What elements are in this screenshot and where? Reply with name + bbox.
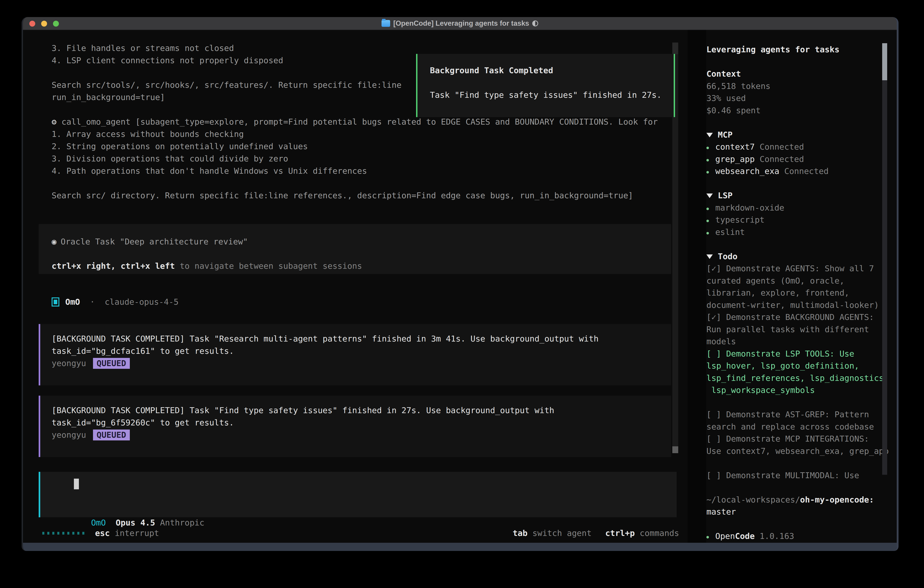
maximize-button[interactable]	[53, 21, 59, 26]
agent-icon	[52, 297, 59, 307]
todo-line-active: lsp_workspace_symbols	[706, 384, 888, 396]
separator-dot	[80, 296, 90, 308]
status-dot-icon	[706, 159, 709, 162]
sidebar-scrollbar-thumb[interactable]	[882, 43, 887, 80]
status-dot-icon	[706, 232, 709, 235]
window-title: [OpenCode] Leveraging agents for tasks	[381, 19, 538, 28]
agent-session-header: OmO · claude-opus-4-5	[52, 296, 179, 308]
folder-icon	[381, 20, 390, 27]
mcp-status: Connected	[760, 154, 804, 164]
notification-title: Background Task Completed	[430, 64, 674, 77]
main-scrollbar-thumb[interactable]	[672, 446, 678, 453]
mcp-item: websearch_exa Connected	[706, 165, 888, 177]
traffic-lights	[29, 17, 59, 30]
mcp-section-header[interactable]: MCP	[706, 129, 888, 141]
app-name-suffix: Code	[735, 531, 755, 541]
minimize-button[interactable]	[41, 21, 47, 26]
tab-key-hint: tab	[513, 529, 528, 538]
blank-line	[706, 457, 888, 469]
mcp-status: Connected	[784, 167, 828, 176]
todo-line: Run parallel tasks with different	[706, 323, 888, 335]
esc-key-hint: esc	[95, 527, 110, 539]
message-line: task_id="bg_dcfac161" to get results.	[52, 345, 671, 357]
workspace-branch: master	[706, 506, 888, 518]
input-meta: OmO Opus 4.5 Anthropic	[52, 504, 205, 517]
status-dot-icon	[706, 171, 709, 173]
terminal-line: 3. File handles or streams not closed	[52, 42, 658, 55]
lsp-name: typescript	[715, 215, 765, 225]
main-scrollbar-cap	[672, 43, 678, 55]
terminal-line: 2. String operations on potentially unde…	[52, 140, 658, 153]
session-title: Leveraging agents for tasks	[706, 43, 888, 56]
todo-line: document-writer, multimodal-looker)	[706, 299, 888, 311]
workspace-dir: ~/local-workspaces/	[706, 495, 800, 504]
close-button[interactable]	[29, 21, 35, 26]
active-model: Opus 4.5	[116, 518, 155, 527]
tool-call-line: ⚙ call_omo_agent [subagent_type=explore,…	[52, 116, 658, 128]
panel-divider	[688, 30, 706, 543]
context-spent: $0.46 spent	[706, 104, 888, 117]
todo-line-active: lsp_hover, lsp_goto_definition,	[706, 360, 888, 372]
message-meta: yeongyuQUEUED	[52, 357, 671, 370]
agent-name: OmO	[65, 296, 80, 308]
lsp-item: typescript	[706, 214, 888, 226]
blank-line	[706, 116, 888, 129]
window-titlebar[interactable]: [OpenCode] Leveraging agents for tasks	[23, 17, 897, 30]
lsp-section-header[interactable]: LSP	[706, 189, 888, 202]
status-bar: esc interrupt tab switch agent ctrl+p co…	[42, 527, 679, 539]
blank-line	[52, 177, 658, 189]
todo-section-header[interactable]: Todo	[706, 250, 888, 263]
blank-line	[706, 518, 888, 530]
message-line: [BACKGROUND TASK COMPLETED] Task "Find t…	[52, 404, 671, 416]
hint-text: to navigate between subagent sessions	[175, 261, 362, 271]
blank-line	[706, 177, 888, 190]
message-line: [BACKGROUND TASK COMPLETED] Task "Resear…	[52, 333, 671, 345]
blank-line	[706, 396, 888, 409]
separator: ·	[90, 296, 95, 308]
todo-line: [✓] Demonstrate AGENTS: Show all 7	[706, 263, 888, 275]
todo-line: [ ] Demonstrate MCP INTEGRATIONS:	[706, 433, 888, 445]
version-line: OpenCode 1.0.163	[706, 530, 888, 542]
oracle-task-panel: ◉Oracle Task "Deep architecture review" …	[39, 224, 671, 274]
todo-line-active: [ ] Demonstrate LSP TOOLS: Use	[706, 348, 888, 360]
terminal-line: 3. Division operations that could divide…	[52, 153, 658, 165]
todo-line-active: lsp_find_references, lsp_diagnostics,	[706, 372, 888, 384]
prompt-input[interactable]: OmO Opus 4.5 Anthropic	[39, 472, 676, 517]
mcp-name: context7	[715, 142, 755, 152]
opencode-window: [OpenCode] Leveraging agents for tasks 3…	[21, 17, 899, 551]
mcp-name: grep_app	[715, 154, 755, 164]
todo-line: models	[706, 335, 888, 348]
navigation-hint: ctrl+x right, ctrl+x left to navigate be…	[52, 260, 671, 272]
notification-body: Task "Find type safety issues" finished …	[430, 89, 674, 101]
terminal-line: Search src/ directory. Return specific f…	[52, 189, 658, 202]
lsp-item: markdown-oxide	[706, 202, 888, 214]
tab-label: switch agent	[533, 529, 592, 538]
spinner-icon	[42, 532, 84, 535]
message-meta: yeongyuQUEUED	[52, 429, 671, 441]
blank-line	[706, 238, 888, 250]
blank-line	[706, 481, 888, 494]
spacer	[95, 296, 105, 308]
todo-line: [ ] Demonstrate MULTIMODAL: Use	[706, 469, 888, 482]
terminal-content: 3. File handles or streams not closed 4.…	[23, 30, 897, 543]
terminal-line: 1. Array access without bounds checking	[52, 128, 658, 140]
toast-notification[interactable]: Background Task Completed Task "Find typ…	[416, 54, 675, 117]
lsp-item: eslint	[706, 226, 888, 238]
collapse-arrow-icon	[706, 133, 713, 137]
todo-line: librarian, explore, frontend,	[706, 287, 888, 299]
active-agent: OmO	[91, 518, 106, 527]
sidebar-scrollbar-track[interactable]	[882, 43, 887, 475]
blank-line	[52, 248, 671, 260]
hint-keys: ctrl+x right, ctrl+x left	[52, 261, 175, 271]
message-line: task_id="bg_6f59260c" to get results.	[52, 416, 671, 429]
esc-label: interrupt	[115, 527, 159, 539]
context-heading: Context	[706, 68, 888, 80]
lsp-name: eslint	[715, 227, 745, 237]
status-dot-icon	[706, 208, 709, 210]
todo-line: [✓] Demonstrate BACKGROUND AGENTS:	[706, 311, 888, 323]
mcp-name: websearch_exa	[715, 167, 779, 176]
mcp-item: grep_app Connected	[706, 153, 888, 165]
blank-line	[430, 77, 674, 89]
text-cursor	[74, 479, 79, 489]
queued-badge: QUEUED	[93, 358, 130, 369]
